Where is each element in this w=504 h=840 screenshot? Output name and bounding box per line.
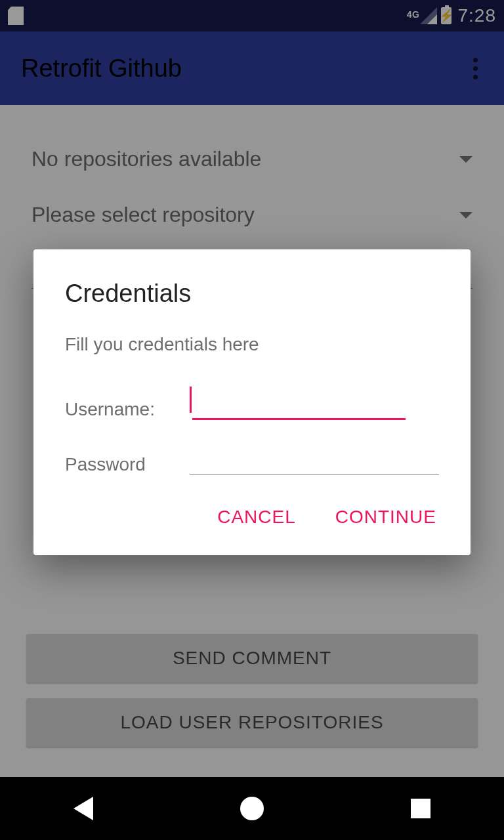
password-input[interactable] <box>190 446 439 475</box>
password-label: Password <box>65 454 177 475</box>
dialog-title: Credentials <box>54 280 439 308</box>
username-input[interactable] <box>192 391 406 420</box>
navigation-bar <box>0 777 504 840</box>
home-icon[interactable] <box>240 797 264 820</box>
username-label: Username: <box>65 399 177 420</box>
continue-button[interactable]: CONTINUE <box>333 501 439 533</box>
text-cursor <box>190 387 192 413</box>
credentials-dialog: Credentials Fill you credentials here Us… <box>33 249 471 555</box>
cancel-button[interactable]: CANCEL <box>215 501 299 533</box>
recent-apps-icon[interactable] <box>411 799 430 818</box>
dialog-subtitle: Fill you credentials here <box>65 334 439 355</box>
back-icon[interactable] <box>74 797 93 820</box>
